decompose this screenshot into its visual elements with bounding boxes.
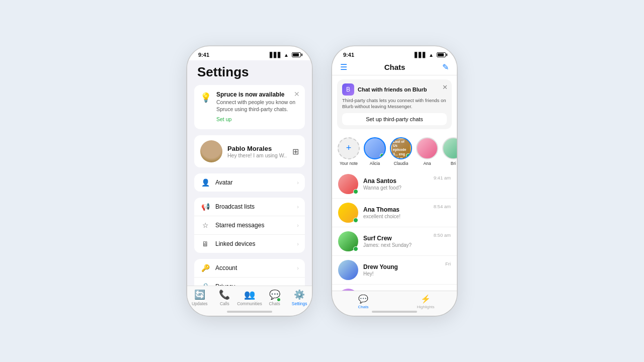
claudia-story-label: Claudia [394, 161, 409, 166]
banner-header: B Chat with friends on Blurb [342, 83, 447, 96]
tab-communities[interactable]: 👥 Communities [237, 289, 262, 306]
banner-desc: Third-party chats lets you connect with … [342, 98, 447, 110]
surf-crew-online-dot [353, 246, 358, 251]
banner-close-button[interactable]: ✕ [442, 83, 448, 91]
settings-item-account[interactable]: 🔑 Account › [194, 259, 305, 278]
status-icons-settings: ▋▋▋ ▲ [270, 52, 301, 58]
notif-close-button[interactable]: ✕ [294, 90, 300, 98]
story-alicia[interactable]: Alicia [363, 137, 386, 166]
setup-third-party-button[interactable]: Set up third-party chats [342, 113, 447, 125]
starred-chevron: › [297, 222, 299, 228]
chat-name-drew-young: Drew Young [363, 263, 440, 270]
chat-preview-drew-young: Hey! [363, 271, 440, 277]
profile-status: Hey there! I am using W.. [227, 152, 287, 158]
status-bar-settings: 9:41 ▋▋▋ ▲ [187, 46, 312, 60]
ana-story-avatar [416, 137, 438, 159]
chat-item-ana-santos[interactable]: Ana Santos Wanna get food? 9:41 am [332, 170, 457, 199]
settings-item-avatar[interactable]: 👤 Avatar › [194, 173, 305, 192]
tab-settings[interactable]: ⚙️ Settings [287, 289, 312, 306]
settings-phone: 9:41 ▋▋▋ ▲ Settings 💡 Spruce is now avai… [187, 46, 312, 316]
story-ana[interactable]: Ana [416, 137, 439, 166]
chat-info-drew-young: Drew Young Hey! [363, 263, 440, 277]
settings-item-linked[interactable]: 🖥 Linked devices › [194, 235, 305, 253]
stories-row: + Your note Alicia Last of Us episode 3.… [332, 133, 457, 170]
settings-item-broadcast[interactable]: 📢 Broadcast lists › [194, 198, 305, 216]
profile-name: Pablo Morales [227, 145, 287, 152]
communities-tab-icon: 👥 [244, 289, 255, 300]
compose-icon[interactable]: ✎ [442, 62, 449, 72]
chats-tab-chats[interactable]: 💬 Chats [332, 294, 394, 309]
account-icon: 🔑 [200, 264, 210, 272]
wifi-icon: ▲ [284, 52, 289, 58]
tab-chats[interactable]: 💬 Chats [262, 289, 287, 310]
story-claudia[interactable]: Last of Us episode 3... eng can w... Cla… [389, 137, 413, 166]
highlights-tab-icon: ⚡ [421, 294, 431, 304]
story-your-note[interactable]: + Your note [337, 137, 360, 166]
chat-info-surf-crew: Surf Crew James: next Sunday? [363, 235, 429, 248]
settings-section-avatar: 👤 Avatar › [194, 173, 305, 192]
chat-time-ana-thomas-1: 8:54 am [434, 204, 451, 209]
chats-tab-highlights[interactable]: ⚡ Highlights [394, 294, 457, 309]
chat-avatar-ana-thomas-1 [338, 203, 358, 223]
status-icons-chats: ▋▋▋ ▲ [415, 52, 446, 58]
notification-text: Spruce is now available Connect with peo… [216, 91, 299, 123]
notif-title: Spruce is now available [216, 91, 299, 98]
chat-avatar-ana-santos [338, 174, 358, 194]
chats-tab-dot [277, 298, 280, 301]
signal-icon: ▋▋▋ [270, 52, 282, 58]
settings-item-starred[interactable]: ☆ Starred messages › [194, 216, 305, 235]
settings-tab-label: Settings [292, 301, 307, 306]
status-time-settings: 9:41 [198, 52, 209, 58]
profile-qr-icon[interactable]: ⊞ [292, 147, 299, 156]
settings-section-main: 📢 Broadcast lists › ☆ Starred messages ›… [194, 198, 305, 253]
bri-story-label: Bri [451, 161, 456, 166]
profile-card[interactable]: 🧑 Pablo Morales Hey there! I am using W.… [194, 135, 305, 167]
status-time-chats: 9:41 [343, 52, 354, 58]
notif-link[interactable]: Set up [216, 116, 231, 122]
chat-time-ana-santos: 9:41 am [434, 175, 451, 180]
chat-item-ana-thomas-1[interactable]: Ana Thomas excellent choice! 8:54 am [332, 199, 457, 227]
settings-title: Settings [187, 60, 312, 85]
starred-label: Starred messages [215, 222, 292, 229]
alicia-story-avatar [364, 137, 386, 159]
chat-name-surf-crew: Surf Crew [363, 235, 429, 242]
avatar-chevron-icon: › [297, 179, 299, 186]
add-note-plus-icon: + [346, 143, 352, 153]
broadcast-icon: 📢 [200, 203, 210, 211]
chat-avatar-surf-crew [338, 231, 358, 251]
banner-title: Chat with friends on Blurb [358, 86, 427, 93]
tab-calls[interactable]: 📞 Calls [212, 289, 237, 306]
linked-chevron: › [297, 241, 299, 247]
signal-icon-chats: ▋▋▋ [415, 52, 427, 58]
profile-emoji: 🧑 [205, 145, 218, 158]
linked-icon: 🖥 [200, 240, 210, 248]
menu-hamburger-icon[interactable]: ☰ [340, 62, 347, 72]
chats-bottom-tab-label: Chats [358, 305, 369, 309]
calls-tab-icon: 📞 [219, 289, 230, 300]
settings-tab-icon: ⚙️ [294, 289, 305, 300]
ana-thomas-1-online-dot [353, 218, 358, 223]
account-label: Account [215, 264, 292, 272]
communities-tab-label: Communities [237, 301, 262, 306]
story-bri[interactable]: Bri [442, 137, 457, 166]
your-note-label: Your note [340, 161, 358, 166]
chat-preview-ana-santos: Wanna get food? [363, 185, 429, 191]
chat-preview-ana-thomas-1: excellent choice! [363, 214, 429, 219]
chat-item-surf-crew[interactable]: Surf Crew James: next Sunday? 8:50 am [332, 227, 457, 256]
tab-updates[interactable]: 🔄 Updates [187, 289, 212, 306]
chat-info-ana-thomas-1: Ana Thomas excellent choice! [363, 206, 429, 219]
chat-preview-surf-crew: James: next Sunday? [363, 242, 429, 248]
chat-name-ana-santos: Ana Santos [363, 177, 429, 185]
chat-time-surf-crew: 8:50 am [434, 232, 451, 238]
chat-info-ana-santos: Ana Santos Wanna get food? [363, 177, 429, 191]
chat-name-ana-thomas-1: Ana Thomas [363, 206, 429, 213]
chat-item-drew-young[interactable]: Drew Young Hey! Fri [332, 256, 457, 285]
add-note-avatar: + [338, 137, 360, 159]
chat-avatar-drew-young [338, 260, 358, 280]
status-bar-chats: 9:41 ▋▋▋ ▲ [332, 46, 457, 60]
phones-container: 9:41 ▋▋▋ ▲ Settings 💡 Spruce is now avai… [187, 46, 457, 316]
updates-tab-icon: 🔄 [194, 289, 205, 300]
avatar-label: Avatar [215, 179, 292, 186]
updates-tab-label: Updates [192, 301, 208, 306]
home-indicator-chats [372, 311, 417, 313]
